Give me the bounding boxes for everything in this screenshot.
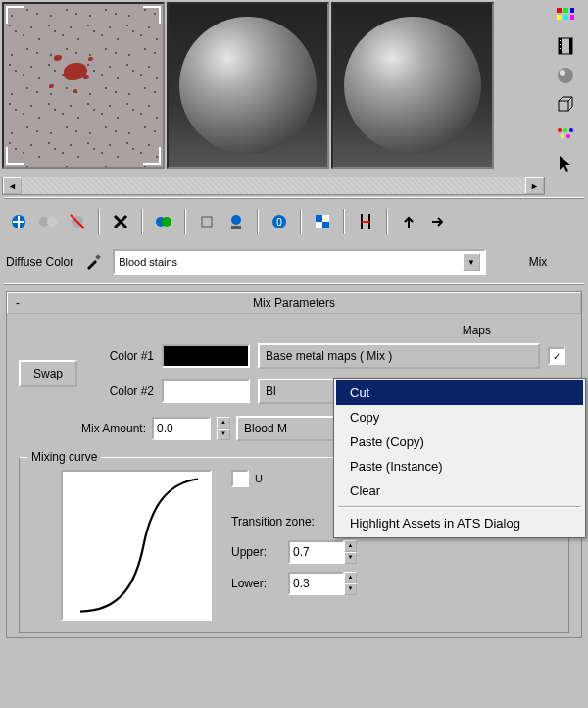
context-menu-item-paste-instance[interactable]: Paste (Instance) bbox=[336, 454, 583, 479]
svg-rect-38 bbox=[316, 222, 322, 228]
svg-point-22 bbox=[569, 128, 573, 132]
show-map-button[interactable] bbox=[310, 209, 335, 234]
rollout-toggle[interactable]: - bbox=[8, 296, 27, 310]
material-effects-button[interactable]: 0 bbox=[267, 209, 292, 234]
svg-rect-39 bbox=[322, 222, 329, 228]
blood-splat-icon bbox=[44, 45, 103, 104]
svg-rect-1 bbox=[564, 8, 568, 13]
filmstrip-icon bbox=[556, 36, 575, 56]
svg-point-20 bbox=[558, 128, 562, 132]
put-to-library-button[interactable] bbox=[223, 209, 249, 234]
assign-to-selection-button[interactable] bbox=[65, 209, 90, 234]
save-sphere-icon bbox=[226, 212, 246, 231]
scroll-track[interactable] bbox=[22, 177, 525, 194]
color2-swatch[interactable] bbox=[162, 379, 250, 403]
material-slot-3[interactable] bbox=[331, 2, 494, 169]
context-menu-separator bbox=[338, 506, 581, 508]
svg-point-24 bbox=[566, 134, 570, 138]
svg-rect-40 bbox=[95, 254, 101, 260]
rollout-header[interactable]: - Mix Parameters bbox=[7, 292, 581, 314]
color1-label: Color #1 bbox=[85, 349, 154, 363]
separator bbox=[300, 209, 302, 234]
spinner-buttons[interactable]: ▲▼ bbox=[344, 572, 357, 595]
separator bbox=[386, 209, 388, 234]
context-menu-item-paste-copy[interactable]: Paste (Copy) bbox=[336, 430, 583, 454]
map-name-dropdown[interactable]: Blood stains ▼ bbox=[113, 249, 486, 275]
svg-point-30 bbox=[162, 217, 172, 227]
separator bbox=[141, 209, 143, 234]
scroll-left-button[interactable]: ◄ bbox=[3, 177, 22, 194]
unique-icon bbox=[197, 212, 217, 231]
make-unique-button[interactable] bbox=[194, 209, 220, 234]
maps-header: Maps bbox=[19, 324, 569, 337]
preview-hscrollbar[interactable]: ◄ ► bbox=[2, 177, 545, 195]
upper-input[interactable] bbox=[290, 542, 342, 562]
spinner-buttons[interactable]: ▲▼ bbox=[217, 417, 230, 440]
show-end-result-button[interactable] bbox=[353, 209, 378, 234]
preview-strip bbox=[0, 0, 588, 175]
context-menu-item-cut[interactable]: Cut bbox=[336, 380, 583, 405]
color1-map-button[interactable]: Base metal maps ( Mix ) bbox=[258, 343, 540, 369]
spinner-buttons[interactable]: ▲▼ bbox=[344, 540, 357, 564]
spinner-down-icon[interactable]: ▼ bbox=[344, 552, 357, 564]
map-button-context-menu[interactable]: Cut Copy Paste (Copy) Paste (Instance) C… bbox=[333, 378, 586, 538]
backlight-button[interactable] bbox=[553, 35, 578, 57]
video-color-button[interactable] bbox=[553, 124, 578, 145]
get-material-button[interactable] bbox=[6, 209, 31, 234]
svg-point-21 bbox=[564, 128, 567, 132]
selection-corner-icon bbox=[6, 6, 24, 24]
svg-point-23 bbox=[561, 134, 564, 138]
spinner-up-icon[interactable]: ▲ bbox=[344, 540, 357, 552]
lower-spinner[interactable] bbox=[288, 572, 344, 595]
svg-rect-11 bbox=[560, 48, 561, 49]
material-slot-2[interactable] bbox=[167, 2, 329, 169]
pick-material-button[interactable] bbox=[81, 250, 105, 274]
sample-type-button[interactable] bbox=[553, 6, 578, 27]
sphere-icon bbox=[556, 66, 575, 85]
copy-spheres-icon bbox=[154, 212, 173, 231]
spinner-up-icon[interactable]: ▲ bbox=[344, 572, 357, 583]
palette-icon bbox=[556, 7, 575, 26]
svg-line-15 bbox=[559, 97, 563, 101]
context-menu-item-highlight-ats[interactable]: Highlight Assets in ATS Dialog bbox=[336, 511, 583, 535]
lower-input[interactable] bbox=[290, 574, 342, 593]
mix-amount-input[interactable] bbox=[154, 419, 209, 438]
selection-corner-icon bbox=[143, 6, 161, 24]
make-copy-button[interactable] bbox=[151, 209, 176, 234]
reset-button[interactable] bbox=[108, 209, 133, 234]
context-menu-item-clear[interactable]: Clear bbox=[336, 479, 583, 503]
preview-cells bbox=[2, 2, 545, 175]
mix-amount-spinner[interactable] bbox=[152, 417, 211, 440]
map-name-value: Blood stains bbox=[119, 256, 177, 268]
put-to-scene-button[interactable] bbox=[35, 209, 61, 234]
go-forward-button[interactable] bbox=[425, 209, 451, 234]
transition-zone-grid: Upper: ▲▼ Lower: ▲▼ bbox=[231, 540, 557, 595]
select-by-material-button[interactable] bbox=[553, 153, 578, 175]
svg-point-32 bbox=[231, 215, 241, 225]
map-type-label[interactable]: Mix bbox=[494, 255, 582, 269]
use-curve-checkbox[interactable] bbox=[231, 470, 249, 487]
cube-outline-icon bbox=[556, 95, 575, 115]
context-menu-item-copy[interactable]: Copy bbox=[336, 405, 583, 430]
material-slot-1[interactable] bbox=[2, 2, 165, 169]
put-scene-icon bbox=[38, 212, 58, 231]
material-sphere-icon bbox=[344, 17, 481, 154]
swap-button[interactable]: Swap bbox=[19, 360, 77, 387]
go-to-parent-button[interactable] bbox=[396, 209, 421, 234]
svg-rect-4 bbox=[564, 15, 568, 20]
svg-rect-9 bbox=[560, 40, 561, 41]
scroll-right-button[interactable]: ► bbox=[525, 177, 544, 194]
sample-uv-button[interactable] bbox=[553, 94, 578, 116]
material-editor-panel: ◄ ► 0 Diffuse Color Blood stains ▼ bbox=[0, 0, 588, 708]
upper-spinner[interactable] bbox=[288, 540, 344, 564]
background-button[interactable] bbox=[553, 65, 578, 86]
lower-label: Lower: bbox=[231, 577, 280, 590]
svg-rect-33 bbox=[231, 226, 241, 229]
color1-swatch[interactable] bbox=[162, 344, 250, 368]
dropdown-arrow-icon[interactable]: ▼ bbox=[463, 253, 480, 271]
spinner-down-icon[interactable]: ▼ bbox=[344, 583, 357, 595]
use-curve-label: U bbox=[255, 473, 263, 484]
color1-map-enable-checkbox[interactable]: ✓ bbox=[548, 347, 565, 365]
spinner-down-icon[interactable]: ▼ bbox=[217, 429, 230, 440]
spinner-up-icon[interactable]: ▲ bbox=[217, 417, 230, 429]
